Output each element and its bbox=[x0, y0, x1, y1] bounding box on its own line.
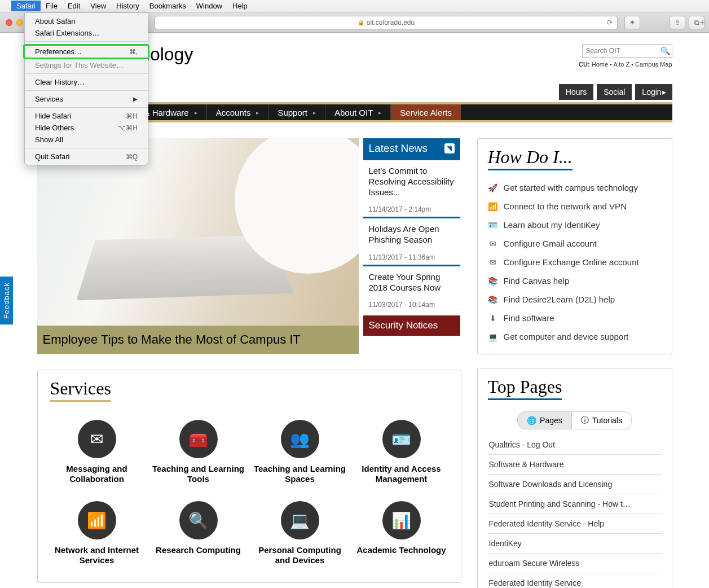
hdi-item[interactable]: ✉Configure Exchange Online account bbox=[488, 253, 662, 271]
nav-about[interactable]: About OIT▸ bbox=[325, 104, 391, 120]
hero-caption[interactable]: Employee Tips to Make the Most of Campus… bbox=[37, 326, 359, 354]
menu-show-all[interactable]: Show All bbox=[25, 134, 148, 146]
service-label: Research Computing bbox=[152, 545, 245, 555]
service-academic-tech[interactable]: 📊Academic Technology bbox=[355, 501, 448, 565]
menu-history[interactable]: History bbox=[111, 1, 144, 11]
nav-support[interactable]: Support▸ bbox=[268, 104, 325, 120]
globe-icon: 🌐 bbox=[527, 416, 536, 425]
security-notices[interactable]: Security Notices bbox=[363, 315, 460, 336]
service-identity[interactable]: 🪪Identity and Access Management bbox=[355, 420, 448, 484]
top-page-link[interactable]: Student Printing and Scanning - How t… bbox=[488, 494, 662, 514]
service-label: Personal Computing and Devices bbox=[253, 545, 347, 565]
hdi-item[interactable]: ✉Configure Gmail account bbox=[488, 234, 662, 253]
new-tab-button[interactable]: + bbox=[697, 14, 708, 32]
news-item[interactable]: Holidays Are Open Phishing Season 11/13/… bbox=[363, 217, 460, 265]
news-date: 11/14/2017 - 2:14pm bbox=[369, 205, 456, 213]
menu-help[interactable]: Help bbox=[227, 1, 253, 11]
label: About Safari bbox=[35, 17, 76, 25]
news-link[interactable]: Create Your Spring 2018 Courses Now bbox=[369, 272, 456, 293]
nav-service-alerts[interactable]: Service Alerts bbox=[391, 104, 461, 120]
service-personal-computing[interactable]: 💻Personal Computing and Devices bbox=[253, 501, 347, 565]
top-page-link[interactable]: Qualtrics - Log Out bbox=[488, 435, 662, 455]
menu-hide-safari[interactable]: Hide Safari ⌘H bbox=[25, 110, 148, 122]
hero: Employee Tips to Make the Most of Campus… bbox=[37, 138, 359, 354]
rss-icon[interactable]: ◥ bbox=[444, 143, 455, 153]
reload-icon[interactable]: ⟳ bbox=[607, 19, 613, 27]
rocket-icon: 🚀 bbox=[488, 183, 498, 192]
hdi-item[interactable]: 📚Find Canvas help bbox=[488, 271, 662, 290]
download-icon: ⬇ bbox=[488, 314, 498, 323]
shortcut: ⌘H bbox=[126, 112, 138, 120]
menu-window[interactable]: Window bbox=[191, 1, 227, 11]
label: Clear History… bbox=[35, 78, 85, 86]
close-window-button[interactable] bbox=[6, 19, 12, 26]
share-button[interactable]: ⇪ bbox=[670, 16, 685, 29]
address-bar[interactable]: 🔒 oit.colorado.edu ⟳ bbox=[155, 16, 618, 29]
service-network[interactable]: 📶Network and Internet Services bbox=[50, 501, 144, 565]
top-page-link[interactable]: Federated Identity Service bbox=[488, 573, 662, 588]
menu-view[interactable]: View bbox=[85, 1, 111, 11]
site-search[interactable]: 🔍 bbox=[582, 44, 672, 58]
mac-menubar: Safari File Edit View History Bookmarks … bbox=[0, 0, 709, 12]
shortcut: ⌘Q bbox=[126, 153, 138, 161]
menu-file[interactable]: File bbox=[41, 1, 63, 11]
reader-button[interactable]: ✶ bbox=[624, 16, 640, 29]
minimize-window-button[interactable] bbox=[16, 19, 23, 26]
nav-accounts[interactable]: Accounts▸ bbox=[207, 104, 269, 120]
menu-clear-history[interactable]: Clear History… bbox=[25, 76, 148, 88]
hdi-item[interactable]: 📶Connect to the network and VPN bbox=[488, 197, 662, 216]
menu-hide-others[interactable]: Hide Others ⌥⌘H bbox=[25, 122, 148, 134]
feedback-tab[interactable]: Feedback bbox=[0, 277, 13, 324]
service-teaching-tools[interactable]: 🧰Teaching and Learning Tools bbox=[152, 420, 245, 484]
latest-news: Latest News ◥ Let's Commit to Resolving … bbox=[363, 138, 460, 354]
top-page-link[interactable]: Federated Identity Service - Help bbox=[488, 514, 662, 534]
hdi-item[interactable]: 📚Find Desire2Learn (D2L) help bbox=[488, 290, 662, 309]
label: Hide Safari bbox=[35, 112, 71, 120]
service-research[interactable]: 🔍Research Computing bbox=[152, 501, 245, 565]
service-label: Messaging and Collaboration bbox=[50, 464, 144, 484]
hdi-item[interactable]: 💻Get computer and device support bbox=[488, 327, 662, 346]
label: Show All bbox=[35, 135, 63, 144]
menu-edit[interactable]: Edit bbox=[63, 1, 85, 11]
menu-about-safari[interactable]: About Safari bbox=[25, 15, 148, 27]
social-button[interactable]: Social bbox=[597, 84, 632, 100]
service-label: Identity and Access Management bbox=[355, 464, 448, 484]
news-item[interactable]: Create Your Spring 2018 Courses Now 11/0… bbox=[363, 265, 460, 313]
top-page-link[interactable]: eduroam Secure Wireless bbox=[488, 554, 662, 573]
tab-pages[interactable]: 🌐Pages bbox=[517, 411, 572, 429]
top-pages-panel: Top Pages 🌐Pages ⓘTutorials Qualtrics - … bbox=[477, 368, 672, 588]
login-button[interactable]: Login bbox=[635, 84, 672, 100]
service-label: Network and Internet Services bbox=[50, 545, 144, 565]
search-input[interactable] bbox=[582, 44, 672, 58]
menu-safari-extensions[interactable]: Safari Extensions… bbox=[25, 27, 148, 39]
news-link[interactable]: Holidays Are Open Phishing Season bbox=[369, 224, 456, 245]
id-icon: 🪪 bbox=[488, 221, 498, 230]
service-label: Teaching and Learning Tools bbox=[152, 464, 245, 484]
menu-quit-safari[interactable]: Quit Safari ⌘Q bbox=[25, 151, 148, 163]
menu-safari[interactable]: Safari bbox=[11, 1, 41, 11]
cu-links-text[interactable]: Home • A to Z • Campus Map bbox=[590, 61, 672, 68]
top-page-link[interactable]: IdentiKey bbox=[488, 534, 662, 554]
presentation-icon: 📊 bbox=[382, 501, 421, 539]
news-link[interactable]: Let's Commit to Resolving Accessibility … bbox=[369, 166, 456, 198]
tab-tutorials[interactable]: ⓘTutorials bbox=[572, 411, 632, 429]
top-page-link[interactable]: Software & Hardware bbox=[488, 455, 662, 475]
search-icon[interactable]: 🔍 bbox=[660, 46, 670, 55]
hdi-item[interactable]: 🪪Learn about my IdentiKey bbox=[488, 216, 662, 234]
envelope-icon: ✉ bbox=[488, 239, 498, 248]
news-item[interactable]: Let's Commit to Resolving Accessibility … bbox=[363, 159, 460, 217]
hdi-item[interactable]: 🚀Get started with campus technology bbox=[488, 178, 662, 197]
service-learning-spaces[interactable]: 👥Teaching and Learning Spaces bbox=[253, 420, 347, 484]
top-page-link[interactable]: Software Downloads and Licensing bbox=[488, 475, 662, 494]
hours-button[interactable]: Hours bbox=[559, 84, 593, 100]
hero-image[interactable] bbox=[37, 138, 359, 326]
menu-preferences[interactable]: Preferences… ⌘, bbox=[25, 46, 148, 58]
menu-separator bbox=[25, 107, 148, 108]
hdi-item[interactable]: ⬇Find software bbox=[488, 309, 662, 327]
wifi-icon: 📶 bbox=[488, 202, 498, 211]
menu-services[interactable]: Services ▶ bbox=[25, 93, 148, 105]
menu-settings-website[interactable]: Settings for This Website… bbox=[25, 59, 148, 71]
menu-bookmarks[interactable]: Bookmarks bbox=[144, 1, 191, 11]
toolbox-icon: 🧰 bbox=[179, 420, 218, 458]
service-messaging[interactable]: ✉Messaging and Collaboration bbox=[50, 420, 144, 484]
